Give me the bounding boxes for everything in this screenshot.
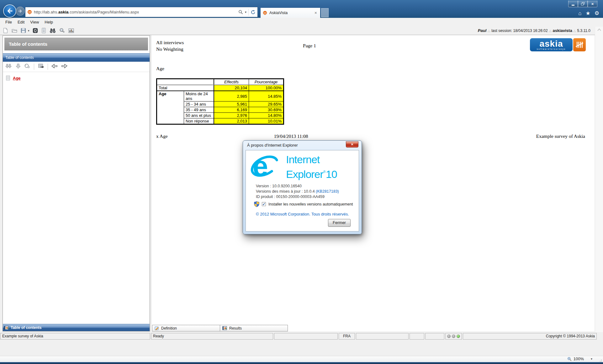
report-timestamp: 19/04/2013 11:08	[263, 133, 319, 139]
status-empty-cell	[274, 333, 338, 340]
search-dropdown-caret[interactable]: ▾	[245, 10, 246, 14]
search-settings-icon[interactable]	[59, 28, 65, 34]
forward-button[interactable]	[16, 7, 25, 16]
tab-results[interactable]: Results	[220, 325, 288, 331]
dialog-close-button[interactable]: ×	[346, 141, 358, 148]
table-of-contents-panel: Table of contents Table of contents Age …	[3, 35, 150, 331]
uac-shield-icon	[254, 201, 259, 207]
toc-item-label[interactable]: Age	[13, 76, 21, 81]
askia-logo-text: askia	[539, 40, 563, 48]
status-language: FRA	[339, 333, 355, 340]
row-effectifs: 2,976	[214, 113, 249, 118]
move-down-icon[interactable]	[16, 63, 21, 70]
zero-badge-icon[interactable]	[32, 28, 38, 34]
tab-definition[interactable]: Definition	[152, 325, 220, 331]
table-row: Age Moins de 24 ans 2,985 14.85%	[157, 91, 284, 101]
auto-update-checkbox[interactable]: ✓	[262, 202, 266, 206]
toc-panel-title: Table of contents	[3, 53, 150, 62]
scroll-up-icon[interactable]	[597, 29, 601, 31]
zoom-level: 100%	[574, 356, 584, 361]
askia-favicon	[263, 11, 267, 15]
open-folder-icon[interactable]	[11, 28, 18, 34]
window-bottom-border	[0, 362, 603, 364]
save-dropdown-caret[interactable]: ▾	[28, 29, 29, 32]
menu-edit[interactable]: Edit	[15, 19, 27, 25]
report-filter-lines: All interviews No Weighting	[156, 39, 184, 52]
menu-view[interactable]: View	[27, 19, 42, 25]
toc-item-age[interactable]: Age	[6, 75, 150, 81]
product-id-line: ID produit : 00150-20000-00003-AA459	[256, 194, 339, 200]
fermer-button[interactable]: Fermer	[328, 219, 351, 227]
tab-title: AskiaVista	[269, 11, 311, 15]
askia-logo-tally-icon	[573, 38, 586, 51]
refresh-settings-icon[interactable]	[24, 63, 30, 70]
version-line: Version : 10.0.9200.16540	[256, 184, 339, 189]
tab-close-icon[interactable]: ×	[314, 11, 318, 15]
status-connection-lights	[445, 333, 462, 340]
row-pourcentage: 14.80%	[249, 113, 284, 118]
row-pourcentage: 29.65%	[249, 101, 284, 107]
navigate-right-icon[interactable]	[61, 64, 67, 70]
refresh-icon[interactable]	[251, 10, 256, 15]
table-header-row: Effectifs Pourcentage	[157, 79, 284, 85]
new-document-icon[interactable]	[3, 28, 8, 34]
view-tabs: Definition Results	[152, 325, 288, 331]
home-icon[interactable]: ⌂	[578, 10, 581, 17]
report-universe: All interviews	[156, 39, 184, 46]
toc-toolbar-divider	[48, 64, 48, 70]
zoom-dropdown-caret[interactable]: ▾	[591, 357, 592, 361]
row-effectifs: 6,169	[214, 107, 249, 113]
dialog-title: À propos d'Internet Explorer	[247, 143, 298, 148]
askia-logo-tagline: softwareforsurveys	[537, 48, 566, 50]
browser-tab-askiavista[interactable]: AskiaVista ×	[260, 8, 320, 18]
auto-update-label: Installer les nouvelles versions automat…	[268, 202, 353, 206]
ie-status-bar: 100% ▾	[0, 356, 603, 362]
calculator-icon[interactable]	[41, 28, 46, 34]
move-down-all-icon[interactable]	[5, 63, 12, 70]
askia-logo-wordmark: askia softwareforsurveys	[530, 38, 573, 51]
menu-help[interactable]: Help	[42, 19, 56, 25]
export-table-icon[interactable]	[38, 63, 44, 70]
table-corner-cell	[157, 79, 214, 85]
row-label: 35 - 49 ans	[184, 107, 214, 113]
zoom-magnifier-icon	[567, 357, 572, 361]
results-table: Effectifs Pourcentage Total 20,104 100.0…	[156, 78, 284, 125]
kb-link[interactable]: (KB2817183)	[316, 189, 339, 194]
vertical-scrollbar[interactable]	[595, 27, 603, 332]
tools-gear-icon[interactable]: ⚙	[595, 10, 599, 17]
close-button[interactable]: ×	[588, 1, 597, 7]
search-icon[interactable]	[238, 10, 243, 14]
toc-footer-bar[interactable]: Table of contents	[3, 324, 150, 331]
ms-copyright: © 2012 Microsoft Corporation. Tous droit…	[256, 212, 349, 216]
address-bar-divider	[248, 9, 249, 16]
favorites-star-icon[interactable]: ★	[586, 10, 590, 17]
url-text[interactable]: http://lab.ahs.askia.com/askiavista/Page…	[34, 10, 236, 14]
ie-brand-line1: Internet	[286, 153, 337, 166]
app-toolbar: ▾ Paul .:. last session: 18/04/2013 16:2…	[0, 26, 603, 35]
status-state: Ready	[151, 333, 273, 340]
save-icon[interactable]	[20, 28, 26, 34]
table-chart-icon[interactable]	[68, 28, 74, 34]
results-chart-icon	[222, 326, 227, 330]
toc-header: Table of contents	[4, 38, 148, 50]
report-cross-label: x Age	[156, 133, 168, 139]
row-effectifs: 5,961	[214, 101, 249, 107]
new-tab-button[interactable]	[321, 8, 329, 17]
total-pourcentage: 100.00%	[249, 85, 284, 91]
navigate-left-icon[interactable]	[51, 64, 58, 70]
row-pourcentage: 14.85%	[249, 91, 284, 101]
back-button[interactable]	[3, 4, 16, 18]
menu-file[interactable]: File	[3, 19, 15, 25]
address-bar[interactable]: http://lab.ahs.askia.com/askiavista/Page…	[25, 7, 258, 17]
status-dot-gray	[452, 335, 455, 338]
report-page-number: Page 1	[294, 43, 325, 49]
definition-pencil-icon	[155, 326, 159, 330]
minimize-button[interactable]	[568, 1, 578, 7]
zoom-control[interactable]: 100% ▾	[567, 356, 592, 361]
row-pourcentage: 10.01%	[249, 118, 284, 124]
resize-grip[interactable]	[600, 359, 602, 362]
restore-button[interactable]	[578, 1, 588, 7]
status-empty-cell	[356, 333, 409, 340]
toc-footer-label: Table of contents	[11, 325, 41, 330]
binoculars-search-icon[interactable]	[49, 28, 56, 34]
